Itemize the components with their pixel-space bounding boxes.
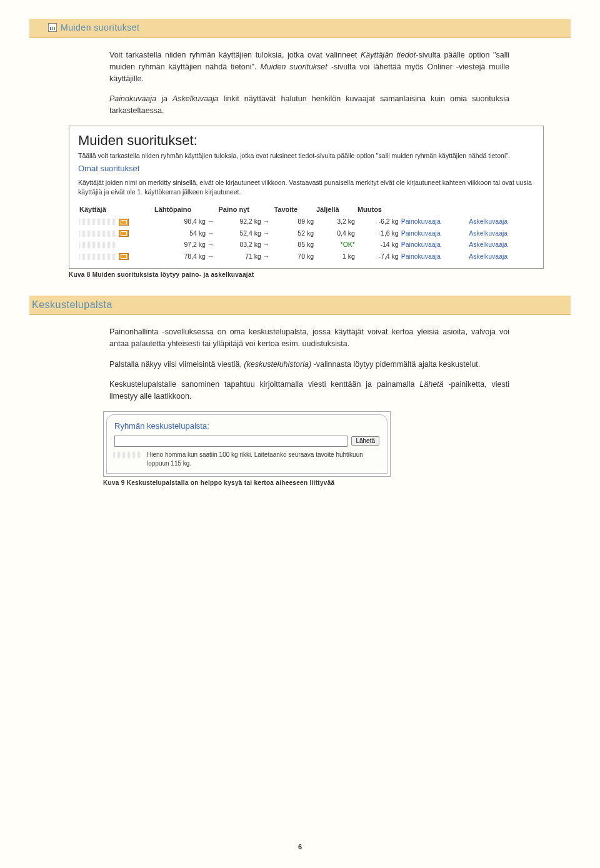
- figure-caption: Kuva 9 Keskustelupalstalla on helppo kys…: [103, 479, 566, 486]
- panel-note: Käyttäjät joiden nimi on merkitty sinise…: [78, 178, 534, 196]
- table-header-row: Käyttäjä Lähtöpaino Paino nyt Tavoite Jä…: [78, 203, 534, 216]
- link-painokuvaaja[interactable]: Painokuvaaja: [401, 229, 441, 237]
- col-target: Tavoite: [272, 203, 315, 216]
- col-now: Paino nyt: [217, 203, 272, 216]
- chart-icon: [48, 23, 57, 32]
- col-start: Lähtöpaino: [153, 203, 217, 216]
- col-user: Käyttäjä: [78, 203, 153, 216]
- link-omat-suoritukset[interactable]: Omat suoritukset: [78, 164, 534, 173]
- arrow-icon: →: [206, 252, 216, 260]
- arrow-icon: →: [261, 229, 272, 237]
- message-icon[interactable]: [119, 219, 129, 226]
- panel-description: Täällä voit tarkastella niiden ryhmän kä…: [78, 151, 534, 161]
- body-paragraph: Keskustelupalstalle sanominen tapahtuu k…: [34, 379, 566, 402]
- message-icon[interactable]: [119, 230, 129, 237]
- figure-caption: Kuva 8 Muiden suorituksista löytyy paino…: [69, 271, 566, 278]
- link-askelkuvaaja[interactable]: Askelkuvaaja: [469, 252, 508, 260]
- send-button[interactable]: Lähetä: [351, 436, 379, 446]
- message-input[interactable]: [114, 436, 348, 447]
- user-name-redacted: [79, 219, 117, 225]
- col-left: Jäljellä: [315, 203, 356, 216]
- arrow-icon: →: [261, 241, 272, 248]
- section-title: Keskustelupalsta: [32, 299, 564, 311]
- user-name-redacted: [79, 231, 117, 237]
- link-askelkuvaaja[interactable]: Askelkuvaaja: [469, 217, 508, 225]
- link-askelkuvaaja[interactable]: Askelkuvaaja: [469, 241, 508, 248]
- page-number: 6: [298, 843, 302, 851]
- message-icon[interactable]: [119, 253, 129, 260]
- section-title: Muiden suoritukset: [61, 22, 140, 32]
- table-row: 78,4 kg→ 71 kg→ 70 kg 1 kg -7,4 kg Paino…: [78, 250, 534, 262]
- section-header-keskustelupalsta: Keskustelupalsta: [29, 296, 571, 315]
- link-painokuvaaja[interactable]: Painokuvaaja: [401, 252, 441, 260]
- screenshot-muiden-suoritukset: Muiden suoritukset: Täällä voit tarkaste…: [69, 126, 544, 269]
- panel-title: Ryhmän keskustelupalsta:: [114, 421, 379, 431]
- user-name-redacted: [113, 452, 141, 458]
- link-painokuvaaja[interactable]: Painokuvaaja: [401, 241, 441, 248]
- panel-title: Muiden suoritukset:: [78, 132, 534, 149]
- arrow-icon: →: [261, 217, 272, 225]
- results-table: Käyttäjä Lähtöpaino Paino nyt Tavoite Jä…: [78, 203, 534, 262]
- body-paragraph: Painokuvaaja ja Askelkuvaaja linkit näyt…: [34, 93, 566, 117]
- forum-message: Hieno homma kun saatiin 100 kg rikki. La…: [114, 451, 379, 468]
- user-name-redacted: [79, 254, 117, 260]
- table-row: 98,4 kg→ 92,2 kg→ 89 kg 3,2 kg -6,2 kg P…: [78, 216, 534, 227]
- screenshot-keskustelupalsta: Ryhmän keskustelupalsta: Lähetä Hieno ho…: [103, 411, 391, 477]
- arrow-icon: →: [206, 217, 216, 225]
- body-paragraph: Voit tarkastella niiden ryhmän käyttäjie…: [34, 49, 566, 84]
- col-change: Muutos: [356, 203, 400, 216]
- section-header-muiden: Muiden suoritukset: [29, 19, 571, 38]
- link-askelkuvaaja[interactable]: Askelkuvaaja: [469, 229, 508, 237]
- arrow-icon: →: [206, 229, 216, 237]
- link-painokuvaaja[interactable]: Painokuvaaja: [401, 217, 441, 225]
- table-row: 97,2 kg→ 83,2 kg→ 85 kg *OK* -14 kg Pain…: [78, 239, 534, 250]
- arrow-icon: →: [206, 241, 216, 248]
- body-paragraph: Painonhallinta -sovelluksessa on oma kes…: [34, 326, 566, 350]
- arrow-icon: →: [261, 252, 272, 260]
- table-row: 54 kg→ 52,4 kg→ 52 kg 0,4 kg -1,6 kg Pai…: [78, 227, 534, 239]
- body-paragraph: Palstalla näkyy viisi viimeisintä viesti…: [34, 359, 566, 371]
- user-name-redacted: [79, 242, 117, 248]
